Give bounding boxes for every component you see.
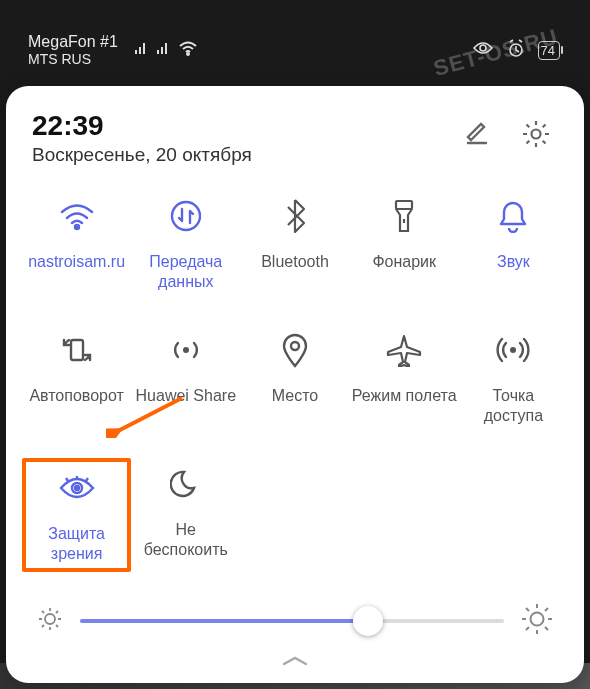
sound-bell-icon: [497, 194, 529, 238]
qs-tile-wifi[interactable]: nastroisam.ru: [22, 190, 131, 296]
qs-tile-location-pin[interactable]: Место: [240, 324, 349, 430]
airplane-icon: [386, 328, 422, 372]
svg-rect-7: [71, 340, 83, 360]
data-icon: [169, 194, 203, 238]
svg-point-5: [172, 202, 200, 230]
qs-tile-eye[interactable]: Защита зрения: [22, 458, 131, 572]
brightness-high-icon: [520, 602, 554, 640]
qs-tile-data[interactable]: Передача данных: [131, 190, 240, 296]
carrier-secondary: MTS RUS: [28, 51, 118, 68]
status-bar: MegaFon #1 MTS RUS 74: [0, 0, 590, 80]
alarm-icon: [506, 39, 526, 61]
clock-date[interactable]: Воскресенье, 20 октября: [32, 144, 462, 166]
wifi-icon: [178, 40, 198, 60]
qs-tile-hotspot[interactable]: Точка доступа: [459, 324, 568, 430]
tile-label: Bluetooth: [261, 252, 329, 272]
tile-label: Точка доступа: [461, 386, 566, 426]
tile-label: Huawei Share: [136, 386, 237, 406]
qs-tile-share-broadcast[interactable]: Huawei Share: [131, 324, 240, 430]
qs-tile-bluetooth[interactable]: Bluetooth: [240, 190, 349, 296]
brightness-row: [22, 602, 568, 640]
eye-icon: [58, 466, 96, 510]
svg-point-14: [45, 614, 55, 624]
svg-point-9: [291, 342, 299, 350]
carrier-primary: MegaFon #1: [28, 32, 118, 51]
eye-comfort-status-icon: [472, 40, 494, 60]
quick-settings-panel: 22:39 Воскресенье, 20 октября nastroisam…: [6, 86, 584, 683]
svg-point-4: [75, 225, 79, 229]
bluetooth-icon: [284, 194, 306, 238]
qs-tile-airplane[interactable]: Режим полета: [350, 324, 459, 430]
slider-thumb[interactable]: [353, 606, 383, 636]
tile-label: Не беспокоить: [133, 520, 238, 560]
qs-tile-dnd-moon[interactable]: Не беспокоить: [131, 458, 240, 572]
signal-icon: [156, 41, 172, 59]
rotate-icon: [59, 328, 95, 372]
svg-point-15: [531, 613, 544, 626]
svg-point-8: [183, 347, 189, 353]
svg-rect-6: [396, 201, 412, 209]
tile-label: Место: [272, 386, 318, 406]
qs-tile-sound-bell[interactable]: Звук: [459, 190, 568, 296]
tile-label: Звук: [497, 252, 530, 272]
tile-label: Защита зрения: [28, 524, 125, 564]
flashlight-icon: [391, 194, 417, 238]
qs-tile-flashlight[interactable]: Фонарик: [350, 190, 459, 296]
expand-chevron-icon[interactable]: [22, 654, 568, 672]
svg-point-3: [532, 130, 541, 139]
qs-tile-rotate[interactable]: Автоповорот: [22, 324, 131, 430]
share-broadcast-icon: [168, 328, 204, 372]
tile-label: Фонарик: [372, 252, 436, 272]
tile-label: Режим полета: [352, 386, 457, 406]
signal-icon: [134, 41, 150, 59]
battery-indicator: 74: [538, 41, 560, 60]
location-pin-icon: [281, 328, 309, 372]
wifi-icon: [59, 194, 95, 238]
tile-label: Передача данных: [133, 252, 238, 292]
svg-point-0: [187, 53, 189, 55]
tile-label: Автоповорот: [29, 386, 123, 406]
brightness-low-icon: [36, 605, 64, 637]
svg-point-12: [75, 486, 79, 490]
hotspot-icon: [495, 328, 531, 372]
brightness-slider[interactable]: [80, 619, 504, 623]
edit-pencil-icon[interactable]: [462, 119, 492, 153]
svg-point-1: [480, 45, 486, 51]
svg-point-10: [510, 347, 516, 353]
clock-time[interactable]: 22:39: [32, 110, 462, 142]
tile-label: nastroisam.ru: [28, 252, 125, 272]
gear-icon[interactable]: [520, 118, 552, 154]
dnd-moon-icon: [170, 462, 202, 506]
